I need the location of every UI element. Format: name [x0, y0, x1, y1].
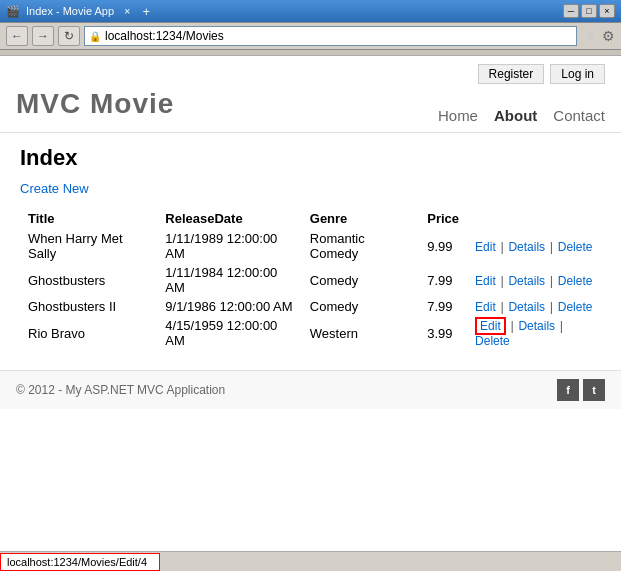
- delete-link-3[interactable]: Delete: [475, 334, 510, 348]
- movies-table: Title ReleaseDate Genre Price When Harry…: [20, 208, 601, 350]
- movie-date: 9/1/1986 12:00:00 AM: [157, 297, 301, 316]
- close-button[interactable]: ×: [599, 4, 615, 18]
- footer-icons: f t: [557, 379, 605, 401]
- tab-title: Index - Movie App: [26, 5, 114, 17]
- details-link-3[interactable]: Details: [518, 319, 555, 333]
- edit-link-3-highlighted[interactable]: Edit: [475, 317, 506, 335]
- nav-about[interactable]: About: [494, 107, 537, 124]
- movie-title: Rio Bravo: [20, 316, 157, 350]
- movie-actions: Edit | Details | Delete: [467, 229, 601, 263]
- header-top: Register Log in: [16, 64, 605, 88]
- movie-title: When Harry Met Sally: [20, 229, 157, 263]
- table-row: Ghostbusters II 9/1/1986 12:00:00 AM Com…: [20, 297, 601, 316]
- minimize-button[interactable]: ─: [563, 4, 579, 18]
- edit-link-1[interactable]: Edit: [475, 274, 496, 288]
- delete-link-0[interactable]: Delete: [558, 240, 593, 254]
- url-text: localhost:1234/Movies: [105, 29, 224, 43]
- movie-date: 1/11/1984 12:00:00 AM: [157, 263, 301, 297]
- movie-actions: Edit | Details | Delete: [467, 297, 601, 316]
- refresh-button[interactable]: ↻: [58, 26, 80, 46]
- movie-title: Ghostbusters: [20, 263, 157, 297]
- table-row: Rio Bravo 4/15/1959 12:00:00 AM Western …: [20, 316, 601, 350]
- movie-price: 7.99: [419, 297, 467, 316]
- col-title: Title: [20, 208, 157, 229]
- tab-close-btn[interactable]: ×: [124, 5, 130, 17]
- edit-link-2[interactable]: Edit: [475, 300, 496, 314]
- address-bar: ← → ↻ 🔒 localhost:1234/Movies ★ ⚙: [0, 22, 621, 50]
- url-icon: 🔒: [89, 31, 101, 42]
- movie-actions: Edit | Details | Delete: [467, 263, 601, 297]
- details-link-2[interactable]: Details: [508, 300, 545, 314]
- bookmark-star-icon[interactable]: ★: [585, 28, 598, 44]
- tab-favicon: 🎬: [6, 5, 20, 18]
- app-header: Register Log in MVC Movie Home About Con…: [0, 56, 621, 133]
- login-button[interactable]: Log in: [550, 64, 605, 84]
- movie-price: 3.99: [419, 316, 467, 350]
- movie-date: 4/15/1959 12:00:00 AM: [157, 316, 301, 350]
- movie-genre: Comedy: [302, 297, 420, 316]
- maximize-button[interactable]: □: [581, 4, 597, 18]
- details-link-1[interactable]: Details: [508, 274, 545, 288]
- col-actions: [467, 208, 601, 229]
- movie-genre: Romantic Comedy: [302, 229, 420, 263]
- movie-price: 7.99: [419, 263, 467, 297]
- footer-text: © 2012 - My ASP.NET MVC Application: [16, 383, 225, 397]
- nav-home[interactable]: Home: [438, 107, 478, 124]
- details-link-0[interactable]: Details: [508, 240, 545, 254]
- col-releasedate: ReleaseDate: [157, 208, 301, 229]
- create-new-link[interactable]: Create New: [20, 181, 89, 196]
- table-row: Ghostbusters 1/11/1984 12:00:00 AM Comed…: [20, 263, 601, 297]
- nav-contact[interactable]: Contact: [553, 107, 605, 124]
- site-title: MVC Movie: [16, 88, 174, 120]
- tools-icon[interactable]: ⚙: [602, 28, 615, 44]
- nav-menu: Home About Contact: [438, 107, 605, 124]
- register-button[interactable]: Register: [478, 64, 545, 84]
- movie-title: Ghostbusters II: [20, 297, 157, 316]
- table-row: When Harry Met Sally 1/11/1989 12:00:00 …: [20, 229, 601, 263]
- twitter-icon[interactable]: t: [583, 379, 605, 401]
- movie-actions: Edit | Details | Delete: [467, 316, 601, 350]
- status-bar: localhost:1234/Movies/Edit/4: [0, 551, 621, 571]
- app-content: Register Log in MVC Movie Home About Con…: [0, 56, 621, 409]
- main-content: Index Create New Title ReleaseDate Genre…: [0, 133, 621, 362]
- movie-price: 9.99: [419, 229, 467, 263]
- movie-genre: Comedy: [302, 263, 420, 297]
- col-genre: Genre: [302, 208, 420, 229]
- app-footer: © 2012 - My ASP.NET MVC Application f t: [0, 370, 621, 409]
- forward-button[interactable]: →: [32, 26, 54, 46]
- movie-date: 1/11/1989 12:00:00 AM: [157, 229, 301, 263]
- delete-link-1[interactable]: Delete: [558, 274, 593, 288]
- facebook-icon[interactable]: f: [557, 379, 579, 401]
- url-input[interactable]: 🔒 localhost:1234/Movies: [84, 26, 577, 46]
- edit-link-0[interactable]: Edit: [475, 240, 496, 254]
- new-tab-btn[interactable]: +: [143, 4, 151, 19]
- title-bar: 🎬 Index - Movie App × + ─ □ ×: [0, 0, 621, 22]
- page-title: Index: [20, 145, 601, 171]
- movie-genre: Western: [302, 316, 420, 350]
- back-button[interactable]: ←: [6, 26, 28, 46]
- status-url: localhost:1234/Movies/Edit/4: [0, 553, 160, 571]
- col-price: Price: [419, 208, 467, 229]
- delete-link-2[interactable]: Delete: [558, 300, 593, 314]
